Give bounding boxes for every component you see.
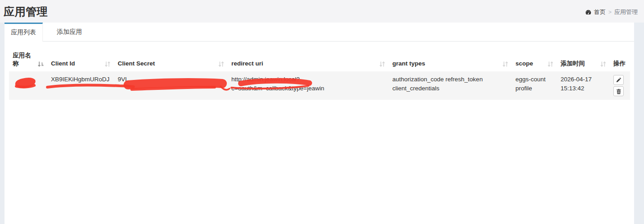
column-label: 添加时间 — [561, 60, 585, 68]
column-header-grant-types[interactable]: grant types — [389, 48, 512, 71]
column-header-client-id[interactable]: Client Id — [47, 48, 114, 71]
cell-redirect-uri: http://admin.jeawin.local? c=oauth&m=cal… — [228, 71, 389, 100]
table-header-row: 应用名称 — [9, 48, 630, 71]
column-header-added-time[interactable]: 添加时间 — [557, 48, 610, 71]
cell-app-name — [9, 71, 47, 100]
tab-box: 应用列表 添加应用 应用名称 — [5, 23, 634, 224]
applications-table: 应用名称 — [9, 48, 630, 100]
page-title: 应用管理 — [4, 5, 48, 19]
cell-actions — [610, 71, 630, 100]
column-header-actions: 操作 — [610, 48, 630, 71]
app-list-panel: 应用名称 — [5, 42, 634, 104]
redirect-uri-obscured: ://admin.jeawin.local — [242, 76, 297, 83]
redirect-uri-line2: c=oauth&m=callback&type=jeawin — [231, 84, 385, 93]
client-secret-value: 9VL — [118, 76, 129, 83]
grant-types-value: authorization_code refresh_token client_… — [392, 76, 483, 92]
breadcrumb-home-label: 首页 — [594, 8, 606, 16]
column-label: scope — [515, 60, 533, 68]
delete-button[interactable] — [613, 86, 624, 96]
sort-updown-icon[interactable] — [502, 61, 508, 68]
dashboard-gauge-icon — [585, 9, 592, 16]
sort-updown-icon[interactable] — [379, 61, 385, 68]
trash-icon — [616, 89, 621, 94]
cell-grant-types: authorization_code refresh_token client_… — [389, 71, 512, 100]
tab-bar: 应用列表 添加应用 — [5, 23, 634, 42]
edit-button[interactable] — [613, 75, 624, 85]
sort-updown-icon[interactable] — [218, 61, 224, 68]
redirect-uri-line1: http://admin.jeawin.local? — [231, 75, 385, 84]
client-id-value: XB9IEKiHgbmURoDJ — [51, 76, 110, 83]
column-header-scope[interactable]: scope — [512, 48, 557, 71]
column-label: Client Id — [51, 60, 75, 68]
application-table-row: XB9IEKiHgbmURoDJ 9VL http://admin.jeawin… — [9, 71, 630, 100]
tab-add-app[interactable]: 添加应用 — [51, 23, 88, 42]
column-header-redirect-uri[interactable]: redirect uri — [228, 48, 389, 71]
column-header-app-name[interactable]: 应用名称 — [9, 48, 47, 71]
breadcrumb-home-link[interactable]: 首页 — [585, 8, 606, 16]
pencil-icon — [616, 77, 621, 83]
sort-amount-asc-icon[interactable] — [37, 61, 44, 68]
cell-scope: eggs-count profile — [512, 71, 557, 100]
breadcrumb: 首页 > 应用管理 — [585, 8, 638, 16]
sort-updown-icon[interactable] — [105, 61, 110, 68]
cell-added-time: 2026-04-17 15:13:42 — [557, 71, 610, 100]
column-label: grant types — [392, 60, 425, 68]
scope-value: eggs-count profile — [515, 76, 546, 92]
sort-updown-icon[interactable] — [600, 61, 606, 68]
column-label: 应用名称 — [13, 51, 36, 68]
breadcrumb-current: 应用管理 — [614, 8, 638, 16]
cell-client-secret: 9VL — [114, 71, 228, 100]
added-time-value: 2026-04-17 15:13:42 — [561, 76, 592, 92]
breadcrumb-separator: > — [608, 9, 612, 15]
tab-app-list[interactable]: 应用列表 — [5, 23, 43, 42]
sort-updown-icon[interactable] — [547, 61, 553, 68]
column-label: 操作 — [613, 60, 626, 68]
column-label: redirect uri — [231, 60, 263, 68]
cell-client-id: XB9IEKiHgbmURoDJ — [47, 71, 114, 100]
application-management-page: 应用管理 首页 > 应用管理 应用列表 添加应用 — [0, 0, 644, 224]
content-header: 应用管理 首页 > 应用管理 — [0, 0, 644, 23]
column-label: Client Secret — [118, 60, 155, 68]
column-header-client-secret[interactable]: Client Secret — [114, 48, 228, 71]
